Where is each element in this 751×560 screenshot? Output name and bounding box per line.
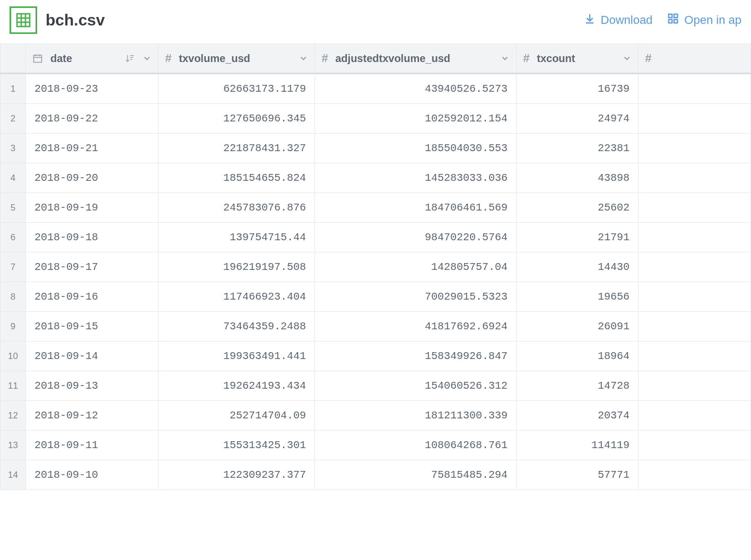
cell-adjtxvolume[interactable]: 184706461.569	[315, 193, 517, 223]
cell-date[interactable]: 2018-09-23	[26, 74, 159, 104]
cell-adjtxvolume[interactable]: 41817692.6924	[315, 312, 517, 342]
column-header-txcount[interactable]: # txcount	[517, 44, 639, 74]
cell-date[interactable]: 2018-09-15	[26, 312, 159, 342]
column-header-extra[interactable]: #	[639, 44, 751, 74]
cell-adjtxvolume[interactable]: 142805757.04	[315, 252, 517, 282]
cell-date[interactable]: 2018-09-13	[26, 371, 159, 401]
cell-date[interactable]: 2018-09-11	[26, 431, 159, 460]
cell-txvolume[interactable]: 185154655.824	[159, 163, 315, 193]
cell-txvolume[interactable]: 245783076.876	[159, 193, 315, 223]
cell-txvolume[interactable]: 117466923.404	[159, 282, 315, 312]
cell-txcount[interactable]: 24974	[517, 104, 639, 134]
cell-txcount[interactable]: 26091	[517, 312, 639, 342]
chevron-down-icon[interactable]	[142, 54, 152, 63]
cell-date[interactable]: 2018-09-19	[26, 193, 159, 223]
calendar-icon	[32, 53, 43, 64]
cell-adjtxvolume[interactable]: 75815485.294	[315, 460, 517, 490]
table-row[interactable]: 52018-09-19245783076.876184706461.569256…	[1, 193, 751, 223]
cell-txvolume[interactable]: 155313425.301	[159, 431, 315, 460]
cell-extra[interactable]	[639, 223, 751, 252]
cell-date[interactable]: 2018-09-18	[26, 223, 159, 252]
cell-date[interactable]: 2018-09-22	[26, 104, 159, 134]
cell-extra[interactable]	[639, 460, 751, 490]
cell-adjtxvolume[interactable]: 185504030.553	[315, 134, 517, 163]
column-header-date[interactable]: date	[26, 44, 159, 74]
cell-txvolume[interactable]: 196219197.508	[159, 252, 315, 282]
cell-txvolume[interactable]: 252714704.09	[159, 401, 315, 431]
cell-txvolume[interactable]: 192624193.434	[159, 371, 315, 401]
chevron-down-icon[interactable]	[500, 54, 510, 63]
cell-adjtxvolume[interactable]: 43940526.5273	[315, 74, 517, 104]
table-row[interactable]: 62018-09-18139754715.4498470220.57642179…	[1, 223, 751, 252]
cell-txcount[interactable]: 43898	[517, 163, 639, 193]
cell-extra[interactable]	[639, 342, 751, 371]
chevron-down-icon[interactable]	[299, 54, 308, 63]
cell-txvolume[interactable]: 122309237.377	[159, 460, 315, 490]
sort-desc-icon[interactable]	[125, 54, 135, 63]
cell-extra[interactable]	[639, 431, 751, 460]
cell-txcount[interactable]: 14430	[517, 252, 639, 282]
cell-extra[interactable]	[639, 252, 751, 282]
table-row[interactable]: 42018-09-20185154655.824145283033.036438…	[1, 163, 751, 193]
cell-extra[interactable]	[639, 193, 751, 223]
cell-extra[interactable]	[639, 134, 751, 163]
cell-adjtxvolume[interactable]: 158349926.847	[315, 342, 517, 371]
cell-date[interactable]: 2018-09-12	[26, 401, 159, 431]
cell-extra[interactable]	[639, 312, 751, 342]
cell-adjtxvolume[interactable]: 70029015.5323	[315, 282, 517, 312]
cell-txcount[interactable]: 57771	[517, 460, 639, 490]
column-header-adjtxvolume[interactable]: # adjustedtxvolume_usd	[315, 44, 517, 74]
row-number: 11	[1, 371, 26, 401]
cell-extra[interactable]	[639, 104, 751, 134]
cell-txvolume[interactable]: 139754715.44	[159, 223, 315, 252]
chevron-down-icon[interactable]	[622, 54, 632, 63]
cell-extra[interactable]	[639, 282, 751, 312]
cell-txvolume[interactable]: 127650696.345	[159, 104, 315, 134]
cell-txvolume[interactable]: 199363491.441	[159, 342, 315, 371]
table-row[interactable]: 92018-09-1573464359.248841817692.6924260…	[1, 312, 751, 342]
table-row[interactable]: 12018-09-2362663173.117943940526.5273167…	[1, 74, 751, 104]
open-in-app-label: Open in ap	[684, 13, 741, 27]
cell-adjtxvolume[interactable]: 154060526.312	[315, 371, 517, 401]
cell-txvolume[interactable]: 73464359.2488	[159, 312, 315, 342]
cell-txcount[interactable]: 25602	[517, 193, 639, 223]
table-row[interactable]: 32018-09-21221878431.327185504030.553223…	[1, 134, 751, 163]
table-row[interactable]: 122018-09-12252714704.09181211300.339203…	[1, 401, 751, 431]
svg-rect-8	[674, 14, 677, 18]
cell-date[interactable]: 2018-09-14	[26, 342, 159, 371]
open-in-app-button[interactable]: Open in ap	[667, 13, 741, 28]
cell-txcount[interactable]: 22381	[517, 134, 639, 163]
cell-date[interactable]: 2018-09-21	[26, 134, 159, 163]
column-header-txvolume[interactable]: # txvolume_usd	[159, 44, 315, 74]
cell-date[interactable]: 2018-09-20	[26, 163, 159, 193]
cell-extra[interactable]	[639, 163, 751, 193]
cell-adjtxvolume[interactable]: 145283033.036	[315, 163, 517, 193]
cell-txcount[interactable]: 114119	[517, 431, 639, 460]
cell-txvolume[interactable]: 62663173.1179	[159, 74, 315, 104]
table-row[interactable]: 112018-09-13192624193.434154060526.31214…	[1, 371, 751, 401]
cell-date[interactable]: 2018-09-16	[26, 282, 159, 312]
table-row[interactable]: 142018-09-10122309237.37775815485.294577…	[1, 460, 751, 490]
cell-txcount[interactable]: 19656	[517, 282, 639, 312]
table-row[interactable]: 132018-09-11155313425.301108064268.76111…	[1, 431, 751, 460]
cell-txcount[interactable]: 18964	[517, 342, 639, 371]
table-row[interactable]: 22018-09-22127650696.345102592012.154249…	[1, 104, 751, 134]
cell-adjtxvolume[interactable]: 98470220.5764	[315, 223, 517, 252]
table-row[interactable]: 72018-09-17196219197.508142805757.041443…	[1, 252, 751, 282]
cell-extra[interactable]	[639, 74, 751, 104]
cell-extra[interactable]	[639, 371, 751, 401]
cell-adjtxvolume[interactable]: 181211300.339	[315, 401, 517, 431]
cell-adjtxvolume[interactable]: 102592012.154	[315, 104, 517, 134]
cell-date[interactable]: 2018-09-10	[26, 460, 159, 490]
table-row[interactable]: 102018-09-14199363491.441158349926.84718…	[1, 342, 751, 371]
cell-txvolume[interactable]: 221878431.327	[159, 134, 315, 163]
cell-date[interactable]: 2018-09-17	[26, 252, 159, 282]
cell-extra[interactable]	[639, 401, 751, 431]
cell-adjtxvolume[interactable]: 108064268.761	[315, 431, 517, 460]
cell-txcount[interactable]: 14728	[517, 371, 639, 401]
cell-txcount[interactable]: 20374	[517, 401, 639, 431]
download-button[interactable]: Download	[584, 13, 653, 28]
table-row[interactable]: 82018-09-16117466923.40470029015.5323196…	[1, 282, 751, 312]
cell-txcount[interactable]: 21791	[517, 223, 639, 252]
cell-txcount[interactable]: 16739	[517, 74, 639, 104]
